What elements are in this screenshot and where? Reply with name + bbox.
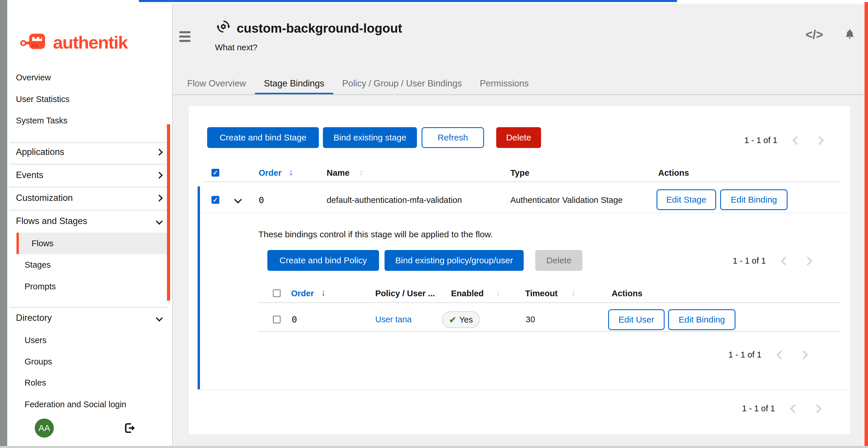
sidebar-item-prompts[interactable]: Prompts (7, 276, 173, 297)
api-code-icon[interactable]: </> (806, 28, 823, 42)
delete-policy-button-disabled[interactable]: Delete (535, 250, 582, 271)
page-subtitle: What next? (215, 43, 257, 52)
avatar[interactable]: AA (35, 418, 54, 438)
edit-binding-button[interactable]: Edit Binding (668, 309, 736, 330)
pagination-prev-icon[interactable] (790, 404, 799, 413)
cell-order: 0 (292, 314, 297, 324)
pagination-label: 1 - 1 of 1 (728, 350, 762, 359)
sidebar-item-overview[interactable]: Overview (7, 67, 173, 88)
tab-flow-overview[interactable]: Flow Overview (178, 72, 255, 95)
sidebar-group-events[interactable]: Events (7, 164, 173, 187)
bindings-description: These bindings control if this stage wil… (258, 230, 493, 239)
pagination-prev-icon[interactable] (792, 136, 801, 145)
tab-bar: Flow Overview Stage Bindings Policy / Gr… (178, 72, 537, 95)
pagination-next-icon[interactable] (799, 350, 808, 359)
pagination-top: 1 - 1 of 1 (744, 136, 823, 145)
main-area: custom-background-logout What next? </> … (173, 4, 865, 448)
menu-icon[interactable] (179, 31, 190, 42)
avatar-initials: AA (38, 423, 50, 433)
app-window: authentik Overview User Statistics Syste… (0, 0, 868, 448)
collapse-row-icon[interactable] (234, 196, 242, 204)
sidebar-group-label: Directory (16, 313, 52, 323)
sidebar-item-label: Roles (25, 378, 46, 388)
flow-process-icon (216, 19, 231, 35)
sidebar-item-users[interactable]: Users (7, 330, 173, 351)
policy-user-link[interactable]: User tana (375, 315, 412, 324)
sort-icon[interactable]: ↕ (359, 167, 363, 177)
column-header-timeout[interactable]: Timeout (525, 289, 558, 298)
main-scrollbar[interactable] (865, 2, 868, 448)
row-checkbox[interactable] (273, 316, 281, 323)
sidebar-item-federation-social-login[interactable]: Federation and Social login (7, 394, 173, 415)
logout-icon[interactable] (123, 421, 136, 436)
sidebar-item-label: System Tasks (16, 116, 67, 126)
tab-policy-group-user-bindings[interactable]: Policy / Group / User Bindings (333, 72, 471, 95)
create-and-bind-stage-button[interactable]: Create and bind Stage (207, 127, 319, 148)
cell-type: Authenticator Validation Stage (510, 195, 623, 205)
column-header-type: Type (510, 168, 529, 178)
sort-icon[interactable]: ↕ (496, 288, 500, 298)
chevron-right-icon (156, 195, 163, 202)
enabled-badge-label: Yes (459, 315, 473, 324)
sidebar-group-label: Events (16, 170, 43, 180)
sidebar-item-stages[interactable]: Stages (7, 254, 173, 275)
column-header-order[interactable]: Order (259, 168, 281, 178)
create-and-bind-policy-button[interactable]: Create and bind Policy (267, 250, 379, 271)
refresh-button[interactable]: Refresh (422, 127, 484, 148)
select-all-checkbox[interactable]: ✓ (212, 169, 219, 177)
edit-binding-button[interactable]: Edit Binding (720, 189, 787, 210)
sidebar-item-system-tasks[interactable]: System Tasks (7, 110, 173, 131)
tab-stage-bindings[interactable]: Stage Bindings (255, 72, 333, 95)
bind-existing-stage-button[interactable]: Bind existing stage (323, 127, 417, 148)
cell-timeout: 30 (526, 315, 535, 324)
tab-permissions[interactable]: Permissions (471, 72, 537, 95)
pagination-next-icon[interactable] (812, 404, 822, 413)
sidebar-item-label: Users (25, 336, 46, 345)
bind-existing-policy-group-user-button[interactable]: Bind existing policy/group/user (384, 250, 524, 271)
column-header-order[interactable]: Order (291, 289, 314, 298)
edit-stage-button[interactable]: Edit Stage (656, 189, 716, 210)
sidebar-item-groups[interactable]: Groups (7, 351, 173, 372)
pagination-nested-bottom: 1 - 1 of 1 (728, 350, 807, 359)
expanded-row-indicator (197, 186, 200, 390)
cell-name: default-authentication-mfa-validation (327, 195, 462, 205)
check-icon: ✔ (449, 315, 456, 325)
sidebar-group-directory[interactable]: Directory (7, 306, 173, 330)
stage-bindings-card: Create and bind Stage Bind existing stag… (189, 106, 850, 434)
pagination-prev-icon[interactable] (781, 256, 789, 265)
pagination-label: 1 - 1 of 1 (744, 136, 777, 145)
pagination-next-icon[interactable] (815, 136, 824, 145)
sidebar-item-roles[interactable]: Roles (7, 372, 173, 393)
sidebar-item-user-statistics[interactable]: User Statistics (7, 89, 173, 110)
column-header-name[interactable]: Name (327, 168, 349, 178)
window-bottom-edge (0, 446, 868, 448)
edit-user-button[interactable]: Edit User (608, 309, 664, 330)
sidebar-scrollbar[interactable] (167, 124, 170, 301)
sidebar-item-label: Stages (25, 260, 51, 270)
divider (197, 389, 850, 390)
divider (203, 181, 841, 182)
sidebar-item-label: Prompts (25, 282, 56, 291)
sort-icon[interactable]: ↕ (571, 288, 576, 298)
select-all-checkbox[interactable] (273, 289, 281, 297)
bell-icon[interactable] (843, 27, 857, 42)
sidebar-group-customization[interactable]: Customization (7, 186, 173, 210)
enabled-badge: ✔ Yes (442, 311, 480, 328)
sidebar-group-flows-and-stages[interactable]: Flows and Stages (7, 210, 173, 233)
sidebar-item-label: Overview (16, 73, 51, 82)
row-checkbox[interactable]: ✓ (212, 196, 219, 204)
chevron-down-icon (156, 218, 163, 225)
sort-descending-icon[interactable]: ↓ (321, 287, 326, 298)
delete-button[interactable]: Delete (496, 127, 541, 148)
sort-descending-icon[interactable]: ↓ (289, 167, 293, 177)
sidebar-item-label: Federation and Social login (25, 400, 126, 409)
pagination-next-icon[interactable] (803, 256, 812, 265)
sidebar-item-flows[interactable]: Flows (17, 233, 170, 254)
sidebar-group-applications[interactable]: Applications (7, 140, 173, 164)
sidebar-item-label: User Statistics (16, 95, 69, 104)
page-title: custom-background-logout (237, 21, 402, 36)
pagination-prev-icon[interactable] (776, 350, 785, 359)
pagination-label: 1 - 1 of 1 (742, 404, 775, 413)
chevron-right-icon (156, 172, 163, 179)
column-header-enabled[interactable]: Enabled (451, 289, 484, 298)
